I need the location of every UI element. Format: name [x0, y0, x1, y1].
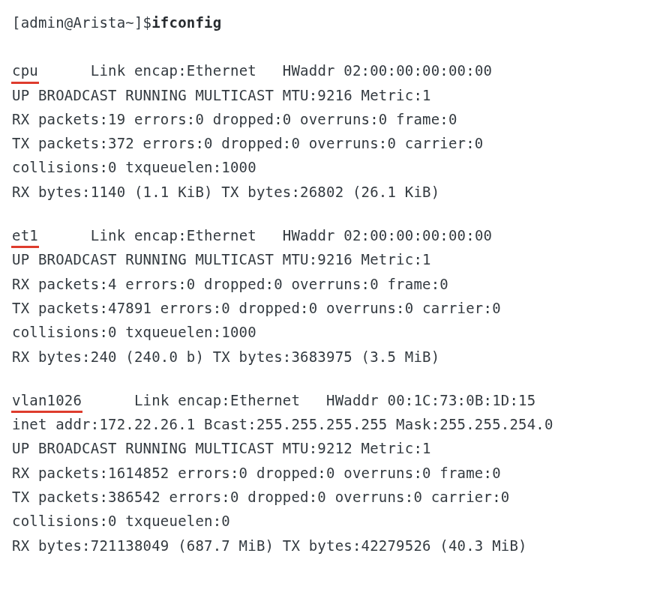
iface-line: RX packets:1614852 errors:0 dropped:0 ov… [12, 461, 662, 485]
iface-line: collisions:0 txqueuelen:0 [12, 509, 662, 533]
iface-line: collisions:0 txqueuelen:1000 [12, 320, 662, 344]
iface-pad [38, 227, 91, 244]
iface-line: Link encap:Ethernet HWaddr 02:00:00:00:0… [91, 62, 492, 79]
iface-line: collisions:0 txqueuelen:1000 [12, 155, 662, 179]
iface-name-et1: et1 [12, 223, 38, 247]
iface-header-vlan1026: vlan1026 Link encap:Ethernet HWaddr 00:1… [12, 388, 662, 412]
iface-pad [38, 62, 91, 79]
iface-line: RX bytes:721138049 (687.7 MiB) TX bytes:… [12, 534, 662, 558]
iface-line: TX packets:372 errors:0 dropped:0 overru… [12, 131, 662, 155]
iface-line: inet addr:172.22.26.1 Bcast:255.255.255.… [12, 412, 662, 436]
iface-header-cpu: cpu Link encap:Ethernet HWaddr 02:00:00:… [12, 58, 662, 82]
iface-line: RX packets:4 errors:0 dropped:0 overruns… [12, 272, 662, 296]
shell-prompt: [admin@Arista~]$ [12, 14, 152, 31]
iface-line: TX packets:47891 errors:0 dropped:0 over… [12, 296, 662, 320]
blank-line [12, 204, 662, 223]
iface-line: RX packets:19 errors:0 dropped:0 overrun… [12, 107, 662, 131]
iface-pad [82, 392, 134, 408]
iface-header-et1: et1 Link encap:Ethernet HWaddr 02:00:00:… [12, 223, 662, 247]
blank-line [12, 369, 662, 388]
iface-name-vlan1026: vlan1026 [12, 388, 82, 412]
iface-name-cpu: cpu [12, 58, 38, 82]
iface-line: RX bytes:240 (240.0 b) TX bytes:3683975 … [12, 345, 662, 369]
iface-line: Link encap:Ethernet HWaddr 00:1C:73:0B:1… [134, 392, 536, 408]
blank-line [12, 34, 662, 58]
iface-line: UP BROADCAST RUNNING MULTICAST MTU:9216 … [12, 247, 662, 271]
iface-line: Link encap:Ethernet HWaddr 02:00:00:00:0… [91, 227, 492, 244]
iface-line: TX packets:386542 errors:0 dropped:0 ove… [12, 485, 662, 509]
typed-command: ifconfig [152, 14, 221, 31]
iface-line: UP BROADCAST RUNNING MULTICAST MTU:9216 … [12, 83, 662, 107]
iface-line: UP BROADCAST RUNNING MULTICAST MTU:9212 … [12, 436, 662, 460]
prompt-line: [admin@Arista~]$ifconfig [12, 10, 662, 34]
iface-line: RX bytes:1140 (1.1 KiB) TX bytes:26802 (… [12, 180, 662, 204]
